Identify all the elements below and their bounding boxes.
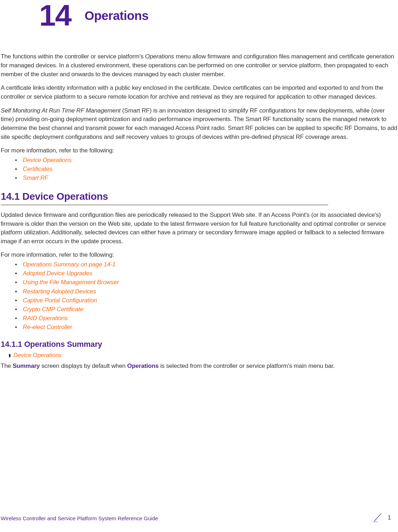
page-number: 1	[388, 514, 391, 522]
italic-smart-rf: Self Monitoring At Run Time RF Managemen…	[1, 107, 121, 114]
intro-paragraph-1: The functions within the controller or s…	[1, 52, 398, 79]
breadcrumb-link-device-operations[interactable]: Device Operations	[14, 352, 62, 358]
link-adopted-device-upgrades[interactable]: Adopted Device Upgrades	[23, 270, 92, 277]
heading-14-1-1: 14.1.1 Operations Summary	[1, 339, 398, 350]
list-item: Operations Summary on page 14-1	[15, 260, 398, 269]
link-restarting-adopted-devices[interactable]: Restarting Adopted Devices	[23, 288, 96, 295]
link-re-elect-controller[interactable]: Re-elect Controller	[23, 324, 72, 330]
chapter-header: 14 Operations	[39, 3, 398, 28]
sec-14-1-1-paragraph-1: The Summary screen displays by default w…	[1, 362, 398, 371]
footer-guide-title: Wireless Controller and Service Platform…	[1, 515, 158, 522]
link-crypto-cmp-certificate[interactable]: Crypto CMP Certificate	[23, 306, 83, 313]
list-item: RAID Operations	[15, 314, 398, 323]
sec-14-1-link-list: Operations Summary on page 14-1 Adopted …	[15, 260, 398, 332]
list-item: Restarting Adopted Devices	[15, 287, 398, 296]
link-file-management-browser[interactable]: Using the File Management Browser	[23, 279, 119, 286]
text: screen displays by default when	[40, 363, 127, 369]
list-item: Smart RF	[15, 174, 398, 182]
breadcrumb: ◗ Device Operations	[9, 351, 398, 359]
link-certificates[interactable]: Certificates	[23, 166, 52, 172]
list-item: Device Operations	[15, 156, 398, 165]
list-item: Captive Portal Configuration	[15, 296, 398, 305]
heading-rule	[1, 205, 328, 205]
svg-line-0	[374, 513, 381, 521]
link-raid-operations[interactable]: RAID Operations	[23, 315, 68, 322]
breadcrumb-arrow-icon: ◗	[9, 352, 11, 359]
text: is selected from the controller or servi…	[159, 363, 335, 369]
link-smart-rf[interactable]: Smart RF	[23, 174, 48, 181]
text: The	[1, 363, 12, 369]
footer-slash-icon	[373, 512, 383, 522]
link-device-operations[interactable]: Device Operations	[23, 157, 72, 163]
footer-right: 1	[373, 512, 391, 522]
list-item: Crypto CMP Certificate	[15, 305, 398, 314]
intro-paragraph-3: Self Monitoring At Run Time RF Managemen…	[1, 106, 398, 142]
link-captive-portal-configuration[interactable]: Captive Portal Configuration	[23, 297, 97, 304]
list-item: Using the File Management Browser	[15, 278, 398, 287]
intro-paragraph-2: A certificate links identity information…	[1, 84, 398, 101]
chapter-number: 14	[39, 3, 71, 28]
intro-link-list: Device Operations Certificates Smart RF	[15, 156, 398, 182]
heading-14-1: 14.1 Device Operations	[1, 189, 398, 204]
list-item: Certificates	[15, 165, 398, 173]
bold-summary: Summary	[12, 363, 40, 369]
list-item: Re-elect Controller	[15, 323, 398, 332]
text: The functions within the controller or s…	[1, 53, 145, 60]
bold-operations: Operations	[127, 363, 158, 369]
page-footer: Wireless Controller and Service Platform…	[1, 512, 391, 522]
list-item: Adopted Device Upgrades	[15, 269, 398, 278]
intro-paragraph-4: For more information, refer to the follo…	[1, 146, 398, 155]
link-operations-summary[interactable]: Operations Summary on page 14-1	[23, 261, 116, 268]
sec-14-1-paragraph-2: For more information, refer to the follo…	[1, 251, 398, 260]
chapter-title: Operations	[84, 7, 148, 25]
sec-14-1-paragraph-1: Updated device firmware and configuratio…	[1, 211, 398, 246]
italic-operations: Operations	[145, 53, 174, 60]
